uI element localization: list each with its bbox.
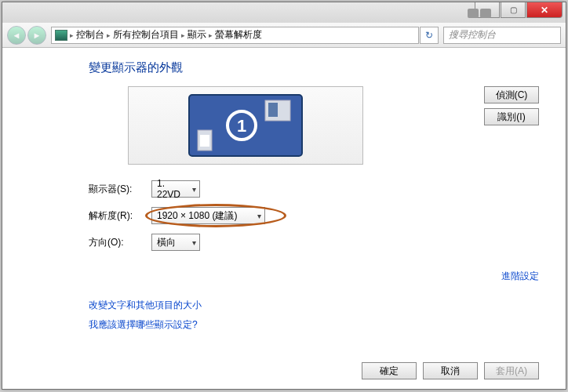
refresh-button[interactable]: ↻ bbox=[420, 27, 439, 44]
ok-button[interactable]: 確定 bbox=[362, 362, 417, 379]
address-bar[interactable]: ▸ 控制台 ▸ 所有控制台項目 ▸ 顯示 ▸ 螢幕解析度 bbox=[51, 27, 419, 44]
identify-button[interactable]: 識別(I) bbox=[484, 108, 539, 125]
control-panel-icon bbox=[55, 30, 67, 41]
orientation-label: 方向(O): bbox=[89, 236, 151, 249]
display-label: 顯示器(S): bbox=[89, 183, 151, 196]
monitor-icon: 1 bbox=[187, 93, 304, 158]
text-size-link[interactable]: 改變文字和其他項目的大小 bbox=[89, 299, 202, 310]
breadcrumb[interactable]: 顯示 bbox=[188, 28, 206, 42]
maximize-button[interactable]: ▢ bbox=[501, 2, 526, 18]
orientation-select[interactable]: 橫向 bbox=[151, 234, 200, 251]
chevron-right-icon: ▸ bbox=[70, 31, 74, 39]
title-bar: ― ▢ ✕ bbox=[2, 2, 566, 23]
breadcrumb[interactable]: 控制台 bbox=[76, 28, 104, 42]
resolution-select[interactable]: 1920 × 1080 (建議) bbox=[151, 207, 265, 224]
svg-text:1: 1 bbox=[237, 116, 246, 136]
which-settings-link[interactable]: 我應該選擇哪些顯示設定? bbox=[89, 319, 198, 330]
monitor-preview[interactable]: 1 bbox=[128, 86, 363, 165]
detect-button[interactable]: 偵測(C) bbox=[484, 86, 539, 103]
content-area: 變更顯示器的外觀 1 偵測(C) 識別(I) 顯示器(S): 1. bbox=[2, 48, 566, 389]
display-select[interactable]: 1. 22VD bbox=[151, 180, 200, 198]
nav-bar: ◄ ► ▸ 控制台 ▸ 所有控制台項目 ▸ 顯示 ▸ 螢幕解析度 ↻ 搜尋控制台 bbox=[2, 23, 566, 48]
breadcrumb[interactable]: 螢幕解析度 bbox=[215, 28, 262, 42]
search-input[interactable]: 搜尋控制台 bbox=[443, 27, 561, 44]
svg-rect-2 bbox=[268, 103, 278, 117]
breadcrumb[interactable]: 所有控制台項目 bbox=[113, 28, 179, 42]
resolution-label: 解析度(R): bbox=[89, 209, 151, 223]
chevron-right-icon: ▸ bbox=[181, 31, 185, 39]
close-button[interactable]: ✕ bbox=[526, 2, 563, 18]
page-title: 變更顯示器的外觀 bbox=[89, 60, 539, 75]
apply-button[interactable]: 套用(A) bbox=[484, 362, 539, 379]
back-button[interactable]: ◄ bbox=[7, 26, 26, 45]
svg-rect-4 bbox=[200, 135, 209, 147]
forward-button[interactable]: ► bbox=[27, 26, 46, 45]
chevron-right-icon: ▸ bbox=[107, 31, 111, 39]
tray-icons bbox=[468, 9, 491, 18]
advanced-settings-link[interactable]: 進階設定 bbox=[501, 270, 539, 281]
cancel-button[interactable]: 取消 bbox=[423, 362, 478, 379]
chevron-right-icon: ▸ bbox=[209, 31, 213, 39]
